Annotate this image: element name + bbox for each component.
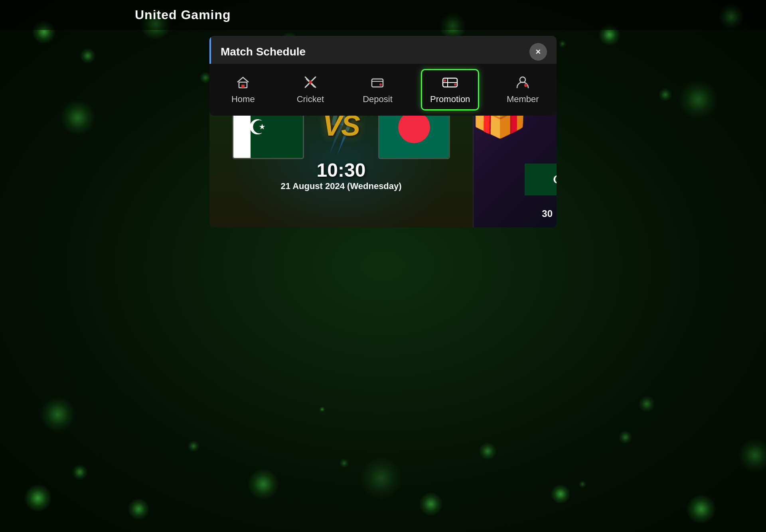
nav-item-deposit[interactable]: Deposit (353, 70, 401, 109)
partial-flag: ☪ (525, 164, 557, 195)
app-title: United Gaming (135, 8, 231, 22)
deposit-icon (370, 75, 385, 92)
modal-title: Match Schedule (221, 45, 306, 58)
home-icon (236, 75, 250, 92)
nav-item-home[interactable]: Home (219, 70, 267, 109)
svg-point-17 (454, 83, 456, 86)
close-icon: × (536, 47, 541, 57)
member-icon (515, 75, 530, 92)
svg-point-12 (379, 83, 382, 86)
match-date: 21 August 2024 (Wednesday) (209, 181, 473, 195)
bokeh-bottom (0, 392, 766, 532)
svg-point-10 (309, 81, 312, 84)
nav-member-label: Member (507, 94, 539, 104)
pakistan-crescent-star: ☪ (248, 115, 267, 139)
cricket-icon (303, 75, 318, 92)
close-button[interactable]: × (529, 43, 547, 61)
modal-header: Match Schedule × (209, 36, 557, 68)
svg-rect-11 (372, 79, 383, 87)
match-schedule-modal: Match Schedule × ICC World Test Champion… (209, 36, 557, 227)
match-time: 10:30 (209, 159, 473, 181)
header: United Gaming (0, 0, 766, 30)
nav-home-label: Home (231, 94, 255, 104)
nav-item-cricket[interactable]: Cricket (286, 70, 334, 109)
svg-point-16 (444, 79, 446, 82)
nav-item-promotion[interactable]: Promotion (421, 69, 479, 110)
bangladesh-red-circle (398, 111, 430, 143)
bottom-navigation: Home Cricket (209, 64, 557, 116)
nav-cricket-label: Cricket (297, 94, 324, 104)
partial-date: 30 (542, 208, 553, 219)
svg-point-19 (524, 84, 527, 87)
promotion-icon (442, 75, 458, 92)
nav-deposit-label: Deposit (363, 94, 393, 104)
nav-item-member[interactable]: Member (499, 70, 547, 109)
nav-promotion-label: Promotion (430, 94, 470, 104)
svg-rect-3 (241, 85, 245, 88)
